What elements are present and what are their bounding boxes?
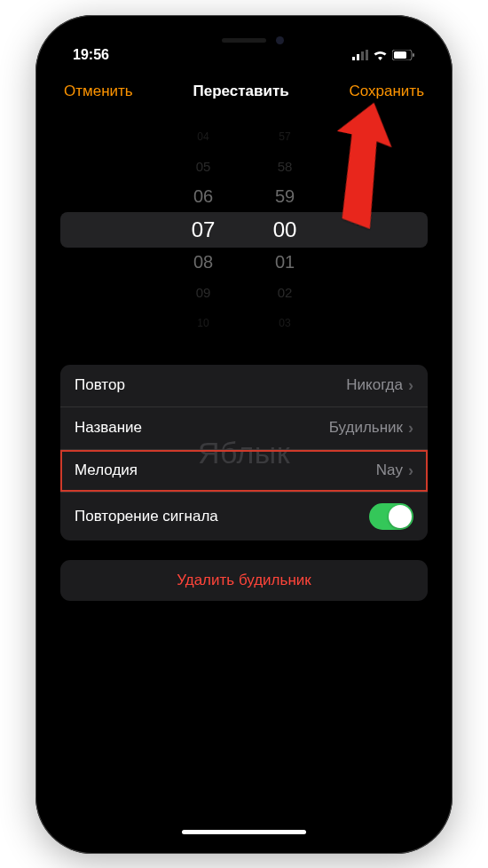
- picker-hour: 10: [177, 317, 230, 329]
- picker-hour: 08: [177, 252, 230, 272]
- sound-value: Nay: [376, 462, 403, 479]
- svg-rect-0: [352, 57, 355, 60]
- picker-hour: 04: [177, 130, 230, 143]
- chevron-right-icon: ›: [408, 462, 413, 480]
- screen: 19:56 Отменить Переставить Сохранить 045…: [48, 28, 440, 841]
- picker-minute: 57: [258, 130, 311, 143]
- phone-frame: 19:56 Отменить Переставить Сохранить 045…: [35, 15, 453, 854]
- notch: [155, 28, 333, 54]
- chevron-right-icon: ›: [408, 376, 413, 395]
- name-value: Будильник: [329, 419, 403, 437]
- front-camera: [276, 36, 284, 44]
- time-picker[interactable]: 0457 0558 0659 0700 0801 0902 1003: [48, 113, 440, 351]
- picker-minute: 59: [258, 186, 311, 207]
- picker-minute: 58: [258, 159, 311, 174]
- nav-title: Переставить: [133, 83, 350, 100]
- toggle-knob: [389, 505, 412, 528]
- svg-rect-5: [394, 51, 406, 59]
- snooze-row: Повторение сигнала: [60, 493, 428, 541]
- save-button[interactable]: Сохранить: [350, 83, 424, 100]
- snooze-toggle[interactable]: [369, 503, 413, 530]
- delete-alarm-button[interactable]: Удалить будильник: [60, 560, 428, 601]
- picker-hour: 09: [177, 285, 230, 300]
- picker-minute-selected: 00: [258, 217, 311, 242]
- picker-hour: 05: [177, 159, 230, 174]
- svg-rect-3: [366, 50, 368, 60]
- picker-hour-selected: 07: [177, 217, 230, 242]
- status-indicators: [352, 50, 415, 60]
- speaker-grille: [222, 38, 266, 43]
- sound-row[interactable]: Мелодия Nay ›: [60, 450, 428, 493]
- repeat-label: Повтор: [75, 376, 125, 394]
- chevron-right-icon: ›: [408, 419, 413, 438]
- home-indicator[interactable]: [182, 830, 306, 834]
- repeat-value: Никогда: [346, 376, 403, 394]
- svg-rect-6: [413, 53, 414, 57]
- cancel-button[interactable]: Отменить: [64, 83, 133, 100]
- snooze-label: Повторение сигнала: [75, 508, 218, 525]
- picker-hour: 06: [177, 186, 230, 207]
- repeat-row[interactable]: Повтор Никогда ›: [60, 365, 428, 407]
- nav-bar: Отменить Переставить Сохранить: [48, 70, 440, 113]
- picker-minute: 02: [258, 285, 311, 300]
- signal-icon: [352, 50, 368, 60]
- delete-group: Удалить будильник: [60, 560, 428, 601]
- status-time: 19:56: [73, 47, 109, 63]
- settings-group: Яблык Повтор Никогда › Название Будильни…: [60, 365, 428, 541]
- wifi-icon: [373, 50, 388, 60]
- name-row[interactable]: Название Будильник ›: [60, 407, 428, 450]
- picker-minute: 01: [258, 252, 311, 272]
- svg-rect-2: [361, 51, 364, 60]
- name-label: Название: [75, 419, 142, 437]
- picker-minute: 03: [258, 317, 311, 329]
- battery-icon: [392, 50, 415, 60]
- svg-rect-1: [357, 54, 359, 60]
- sound-label: Мелодия: [75, 462, 138, 479]
